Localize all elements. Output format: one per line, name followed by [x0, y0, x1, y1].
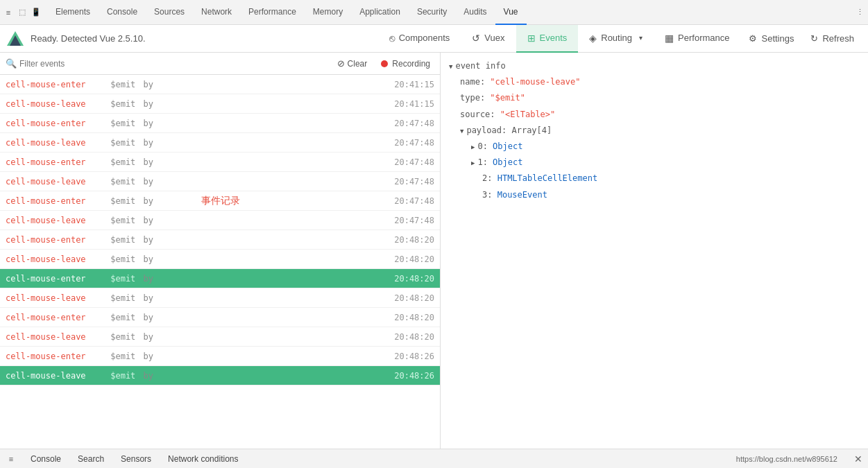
devtools-inspect-icon[interactable]: ⬚ [17, 7, 28, 18]
event-time: 20:48:20 [394, 293, 434, 303]
event-row[interactable]: cell-mouse-leave $emit by 20:48:20 [0, 327, 440, 347]
routing-dropdown-icon[interactable]: ▾ [639, 34, 643, 42]
tab-audits[interactable]: Audits [455, 0, 495, 25]
nav-events[interactable]: ⊞ Events [516, 25, 579, 53]
event-by: by [138, 196, 158, 206]
bottom-tab-sensors[interactable]: Sensors [118, 454, 154, 464]
tab-sources[interactable]: Sources [146, 0, 193, 25]
tab-security[interactable]: Security [409, 0, 455, 25]
nav-components-label: Components [399, 33, 450, 43]
type-value: "$emit" [490, 92, 525, 105]
event-row[interactable]: cell-mouse-leave $emit by 20:48:20 [0, 250, 440, 269]
event-row[interactable]: cell-mouse-enter $emit by 20:47:48 [0, 114, 440, 133]
event-emit: $emit [105, 138, 135, 148]
clear-label: Clear [348, 59, 368, 69]
payload-item[interactable]: 0: Object [471, 139, 860, 155]
close-bottom-bar-button[interactable]: ✕ [854, 453, 862, 465]
recording-dot-icon [381, 60, 388, 67]
clear-button[interactable]: ⊘ Clear [333, 57, 372, 70]
event-row[interactable]: cell-mouse-leave $emit by 20:41:15 [0, 94, 440, 114]
event-row[interactable]: cell-mouse-enter $emit by 20:48:26 [0, 347, 440, 366]
payload-item[interactable]: 1: Object [471, 155, 860, 171]
event-time: 20:48:20 [394, 254, 434, 264]
event-emit: $emit [105, 332, 135, 342]
bottom-bar: ≡ Console Search Sensors Network conditi… [0, 449, 868, 468]
event-row[interactable]: cell-mouse-enter $emit by 事件记录20:47:48 [0, 191, 440, 211]
event-row[interactable]: cell-mouse-leave $emit by 20:48:20 [0, 288, 440, 308]
event-row[interactable]: cell-mouse-enter $emit by 20:41:15 [0, 75, 440, 94]
nav-performance[interactable]: ▦ Performance [654, 25, 740, 53]
nav-vuex[interactable]: ↺ Vuex [461, 25, 516, 53]
event-row[interactable]: cell-mouse-leave $emit by 20:47:48 [0, 133, 440, 153]
payload-item[interactable]: 3: MouseEvent [471, 187, 860, 203]
payload-index: 0: [477, 140, 487, 153]
event-emit: $emit [105, 157, 135, 167]
tab-memory[interactable]: Memory [305, 0, 351, 25]
event-by: by [138, 293, 158, 303]
event-row[interactable]: cell-mouse-leave $emit by 20:47:48 [0, 211, 440, 230]
events-list: cell-mouse-enter $emit by 20:41:15cell-m… [0, 75, 440, 449]
payload-type-value: HTMLTableCellElement [497, 172, 598, 185]
event-emit: $emit [105, 196, 135, 206]
tab-application[interactable]: Application [351, 0, 409, 25]
devtools-menu-icon[interactable]: ≡ [3, 7, 14, 18]
event-name: cell-mouse-leave [6, 293, 103, 303]
vue-toolbar: Ready. Detected Vue 2.5.10. ⎋ Components… [0, 25, 868, 53]
tab-vue[interactable]: Vue [495, 0, 527, 25]
event-emit: $emit [105, 371, 135, 381]
filter-input[interactable] [19, 59, 327, 69]
bottom-tab-console[interactable]: Console [28, 454, 64, 464]
event-name: cell-mouse-enter [6, 196, 103, 206]
source-key: source: [460, 108, 495, 121]
bottom-url: https://blog.csdn.net/w895612 [736, 455, 837, 463]
event-name: cell-mouse-enter [6, 235, 103, 245]
event-row[interactable]: cell-mouse-enter $emit by 20:47:48 [0, 153, 440, 172]
nav-routing[interactable]: ◈ Routing ▾ [578, 25, 654, 53]
bottom-menu-icon[interactable]: ≡ [6, 453, 17, 465]
event-time: 20:41:15 [394, 99, 434, 109]
event-row[interactable]: cell-mouse-enter $emit by 20:48:20 [0, 230, 440, 250]
nav-routing-label: Routing [601, 33, 632, 43]
devtools-device-icon[interactable]: 📱 [31, 7, 42, 18]
settings-button[interactable]: ⚙ Settings [740, 25, 802, 53]
payload-item[interactable]: 2: HTMLTableCellElement [471, 171, 860, 187]
payload-type-value: Object [493, 156, 522, 169]
main-content: 🔍 ⊘ Clear Recording cell-mouse-enter $em… [0, 53, 868, 449]
nav-events-label: Events [540, 33, 568, 43]
vue-status-text: Ready. Detected Vue 2.5.10. [31, 33, 146, 44]
bottom-tab-network-conditions[interactable]: Network conditions [165, 454, 241, 464]
event-row[interactable]: cell-mouse-leave $emit by 20:47:48 [0, 172, 440, 191]
tab-performance[interactable]: Performance [240, 0, 305, 25]
event-name: cell-mouse-enter [6, 313, 103, 322]
event-time: 20:48:26 [394, 371, 434, 381]
vue-nav: ⎋ Components ↺ Vuex ⊞ Events ◈ Routing ▾… [378, 25, 862, 53]
event-time: 20:47:48 [394, 138, 434, 148]
nav-components[interactable]: ⎋ Components [378, 25, 461, 53]
refresh-button[interactable]: ↻ Refresh [802, 25, 862, 53]
recording-button[interactable]: Recording [377, 58, 434, 70]
event-by: by [138, 216, 158, 225]
events-panel: 🔍 ⊘ Clear Recording cell-mouse-enter $em… [0, 53, 441, 449]
event-row[interactable]: cell-mouse-enter $emit by 20:48:20 [0, 308, 440, 327]
search-icon: 🔍 [6, 58, 17, 69]
event-name: cell-mouse-enter [6, 352, 103, 361]
tab-elements[interactable]: Elements [47, 0, 99, 25]
tab-console[interactable]: Console [99, 0, 146, 25]
tab-network[interactable]: Network [193, 0, 240, 25]
event-row[interactable]: cell-mouse-enter $emit by 20:48:20 [0, 269, 440, 288]
more-options-icon[interactable]: ⋮ [854, 7, 865, 18]
nav-performance-label: Performance [678, 33, 729, 43]
event-by: by [138, 235, 158, 245]
payload-item-toggle[interactable] [471, 156, 477, 169]
event-info-body: name: "cell-mouse-leave" type: "$emit" s… [449, 74, 860, 203]
settings-label: Settings [761, 33, 794, 44]
event-by: by [138, 138, 158, 148]
event-name: cell-mouse-leave [6, 177, 103, 187]
payload-toggle[interactable] [460, 124, 466, 137]
bottom-tab-search[interactable]: Search [75, 454, 107, 464]
event-info-toggle[interactable] [449, 60, 455, 73]
event-emit: $emit [105, 352, 135, 361]
payload-item-toggle[interactable] [471, 140, 477, 153]
events-icon: ⊞ [527, 33, 536, 44]
event-row[interactable]: cell-mouse-leave $emit by 20:48:26 [0, 366, 440, 385]
